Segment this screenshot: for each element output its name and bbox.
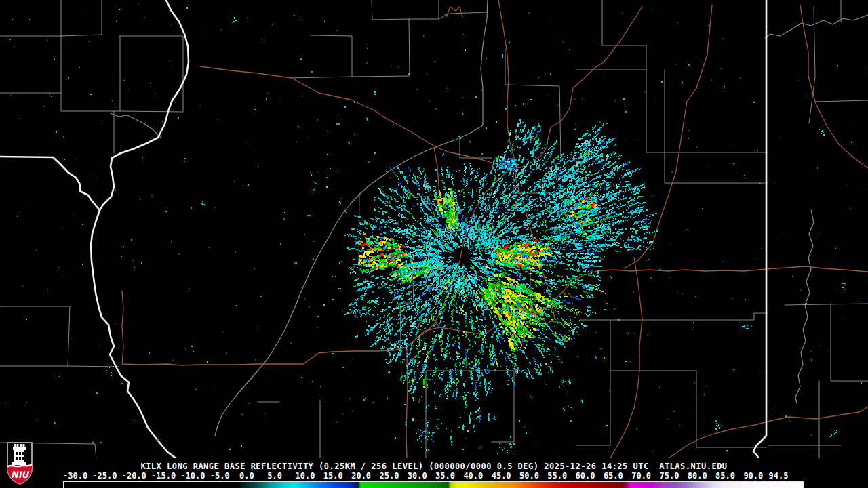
colorbar-label: 25.0: [380, 471, 399, 481]
reflectivity-colorbar: [63, 481, 804, 488]
colorbar-label: -5.0: [210, 471, 230, 481]
colorbar-label: -15.0: [151, 471, 176, 481]
colorbar-label: 20.0: [351, 471, 371, 481]
colorbar-label: -30.0: [63, 471, 87, 481]
colorbar-label: 60.0: [576, 471, 595, 481]
colorbar-label: 70.0: [631, 471, 651, 481]
title-bar: KILX LONG RANGE BASE REFLECTIVITY (0.25K…: [0, 459, 868, 470]
colorbar-label: 35.0: [435, 471, 455, 481]
colorbar-label: 80.0: [688, 471, 707, 481]
colorbar-label: 40.0: [463, 471, 483, 481]
colorbar-label: 55.0: [547, 471, 567, 481]
colorbar-label: 30.0: [408, 471, 427, 481]
colorbar-label: 45.0: [492, 471, 511, 481]
colorbar-label: 65.0: [604, 471, 623, 481]
colorbar-label: 0.0: [239, 471, 254, 481]
colorbar-label: -10.0: [180, 471, 205, 481]
niu-logo: NIU: [5, 441, 34, 486]
castle-icon: [12, 444, 26, 465]
colorbar-label: -20.0: [122, 471, 146, 481]
niu-logo-text: NIU: [11, 470, 30, 480]
colorbar-label: 15.0: [323, 471, 343, 481]
colorbar-label: -25.0: [92, 471, 117, 481]
colorbar-gradient: [240, 482, 803, 488]
colorbar-label: 10.0: [296, 471, 315, 481]
colorbar-label: 5.0: [267, 471, 282, 481]
colorbar-label: 50.0: [519, 471, 539, 481]
colorbar-label: 75.0: [660, 471, 679, 481]
colorbar-label: 85.0: [715, 471, 735, 481]
product-title: KILX LONG RANGE BASE REFLECTIVITY (0.25K…: [140, 462, 727, 471]
colorbar-label: 94.5: [769, 471, 789, 481]
colorbar-label: 90.0: [743, 471, 763, 481]
radar-display: KILX LONG RANGE BASE REFLECTIVITY (0.25K…: [0, 0, 868, 488]
radar-map-canvas: [0, 0, 868, 458]
